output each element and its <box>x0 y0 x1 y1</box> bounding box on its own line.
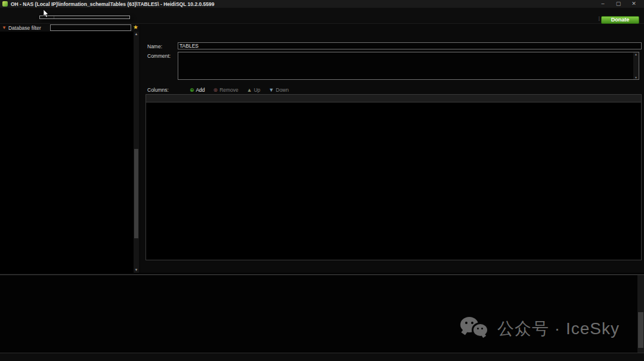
down-arrow-icon: ▼ <box>269 87 274 93</box>
tree-scrollbar[interactable]: ▲ ▼ <box>134 32 139 273</box>
minimize-button[interactable]: – <box>595 0 611 8</box>
tree-scrollbar-thumb[interactable] <box>134 149 138 238</box>
sql-log-scrollbar-thumb[interactable] <box>638 312 643 348</box>
database-filter-bar: ▼ Database filter ★ <box>0 24 139 32</box>
up-arrow-icon: ▲ <box>247 87 252 93</box>
watermark: 公众号 · IceSky <box>460 314 620 344</box>
menu-bar <box>0 8 644 15</box>
name-label: Name: <box>147 43 162 49</box>
title-bar[interactable]: OH - NAS (Local IP)\information_schema\T… <box>0 0 644 8</box>
watermark-text: 公众号 · IceSky <box>497 318 620 340</box>
favorites-star-icon[interactable]: ★ <box>133 24 138 30</box>
comment-scrollbar[interactable]: ▲ ▼ <box>633 52 639 79</box>
table-designer-panel: Name: Comment: ▲ ▼ Columns: ⊕ Add ⊗ Remo… <box>141 24 644 273</box>
database-filter-label: Database filter <box>8 25 41 31</box>
wechat-icon <box>460 316 489 341</box>
scroll-up-icon[interactable]: ▲ <box>134 32 139 37</box>
donate-grip-icon: ⁞ <box>598 16 600 23</box>
add-icon: ⊕ <box>190 87 194 93</box>
window-controls: –▢✕ <box>595 0 644 8</box>
close-button[interactable]: ✕ <box>626 0 642 8</box>
move-down-button[interactable]: ▼ Down <box>269 87 289 93</box>
table-filter-input[interactable] <box>50 24 131 31</box>
heidisql-window: OH - NAS (Local IP)\information_schema\T… <box>0 0 644 361</box>
maximize-button[interactable]: ▢ <box>611 0 626 8</box>
donate-button[interactable]: Donate <box>601 16 639 24</box>
columns-grid <box>145 94 642 260</box>
columns-label: Columns: <box>147 87 169 93</box>
comment-label: Comment: <box>147 53 171 59</box>
columns-toolbar: Columns: ⊕ Add ⊗ Remove ▲ Up ▼ Down <box>141 86 644 94</box>
sql-log-scrollbar[interactable] <box>637 275 644 353</box>
window-title: OH - NAS (Local IP)\information_schema\T… <box>11 1 215 7</box>
filter-funnel-icon: ▼ <box>2 25 7 30</box>
table-comment-textarea[interactable]: ▲ ▼ <box>178 52 639 80</box>
add-column-button[interactable]: ⊕ Add <box>190 87 205 93</box>
scroll-down-icon[interactable]: ▼ <box>633 76 639 79</box>
app-icon <box>2 1 8 7</box>
move-up-button[interactable]: ▲ Up <box>247 87 261 93</box>
mouse-cursor <box>43 10 49 18</box>
scroll-down-icon[interactable]: ▼ <box>134 267 139 273</box>
status-bar <box>0 353 644 361</box>
table-name-input[interactable] <box>178 42 642 49</box>
database-object-tree <box>0 32 134 273</box>
tools-menu <box>39 15 130 19</box>
remove-column-button[interactable]: ⊗ Remove <box>213 87 239 93</box>
scroll-up-icon[interactable]: ▲ <box>633 52 639 56</box>
remove-icon: ⊗ <box>213 87 218 93</box>
database-tree-panel: ▼ Database filter ★ ▲ ▼ <box>0 24 139 273</box>
